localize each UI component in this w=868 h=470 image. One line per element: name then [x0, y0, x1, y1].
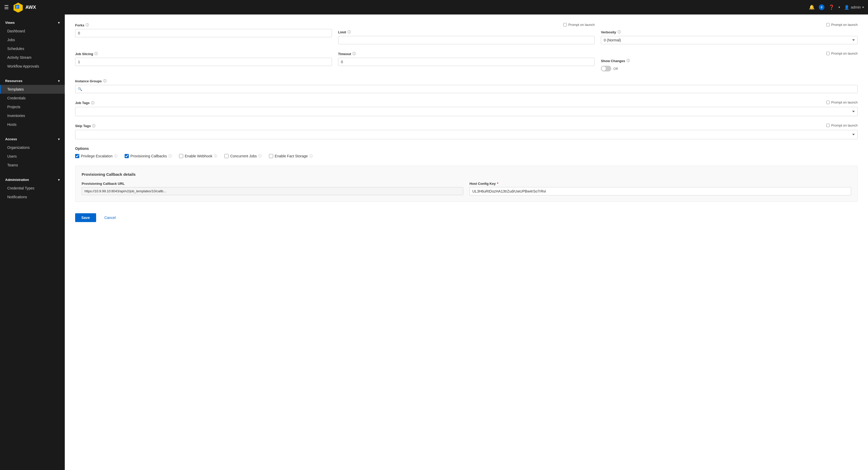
show-changes-help-icon[interactable]: ⓘ	[626, 59, 630, 63]
show-changes-prompt-checkbox[interactable]	[826, 52, 830, 55]
sidebar-section-resources-header[interactable]: Resources ▾	[0, 77, 65, 85]
forks-help-icon[interactable]: ⓘ	[86, 23, 89, 27]
administration-section-label: Administration	[5, 178, 29, 182]
sidebar-item-notifications[interactable]: Notifications	[0, 193, 65, 201]
user-chevron-icon[interactable]: ▾	[862, 5, 864, 9]
verbosity-help-icon[interactable]: ⓘ	[617, 30, 621, 34]
job-tags-prompt-label: Prompt on launch	[826, 100, 858, 104]
option-concurrent-jobs[interactable]: Concurrent Jobs ⓘ	[224, 154, 262, 158]
instance-groups-help-icon[interactable]: ⓘ	[103, 79, 106, 83]
job-tags-group: Job Tags ⓘ Prompt on launch	[75, 100, 858, 116]
option-privilege-escalation[interactable]: Privilege Escalation ⓘ	[75, 154, 117, 158]
callback-url-input[interactable]	[82, 187, 463, 195]
limit-help-icon[interactable]: ⓘ	[347, 30, 351, 34]
enable-fact-storage-help-icon[interactable]: ⓘ	[309, 154, 313, 158]
sidebar-item-credential-types[interactable]: Credential Types	[0, 184, 65, 193]
sidebar-item-hosts[interactable]: Hosts	[0, 120, 65, 129]
notification-badge[interactable]: 0	[819, 4, 825, 10]
host-config-key-input[interactable]	[469, 187, 851, 195]
sidebar-item-teams[interactable]: Teams	[0, 161, 65, 170]
timeout-input[interactable]	[338, 58, 595, 66]
job-tags-prompt-checkbox[interactable]	[826, 101, 830, 104]
verbosity-label: Verbosity ⓘ	[601, 30, 858, 34]
host-config-key-label: Host Config Key *	[469, 182, 851, 186]
sidebar-section-views-header[interactable]: Views ▾	[0, 19, 65, 27]
top-nav: ☰ AWX 🔔 0 ❓ ▾ 👤 admin ▾	[0, 0, 868, 14]
sidebar-item-users[interactable]: Users	[0, 152, 65, 161]
sidebar-section-views: Views ▾ Dashboard Jobs Schedules Activit…	[0, 14, 65, 73]
option-provisioning-callbacks[interactable]: Provisioning Callbacks ⓘ	[125, 154, 172, 158]
cancel-button[interactable]: Cancel	[100, 213, 120, 222]
concurrent-jobs-help-icon[interactable]: ⓘ	[258, 154, 262, 158]
svg-rect-4	[16, 7, 19, 7]
limit-label: Limit ⓘ	[338, 30, 595, 34]
limit-input[interactable]	[338, 36, 595, 44]
concurrent-jobs-checkbox[interactable]	[224, 154, 228, 158]
verbosity-select[interactable]: 0 (Normal) 1 (Verbose) 2 (More Verbose) …	[601, 36, 858, 44]
hamburger-icon[interactable]: ☰	[4, 4, 9, 10]
svg-rect-2	[15, 5, 19, 6]
skip-tags-prompt-checkbox[interactable]	[826, 124, 830, 127]
user-menu[interactable]: 👤 admin ▾	[844, 5, 864, 10]
show-changes-toggle-label: Off	[613, 67, 618, 71]
host-config-key-required: *	[497, 182, 498, 186]
main-content: Forks ⓘ Prompt on launch Limit ⓘ	[65, 14, 868, 470]
skip-tags-label: Skip Tags ⓘ	[75, 124, 95, 128]
skip-tags-input[interactable]	[75, 130, 858, 139]
job-tags-input[interactable]	[75, 107, 858, 116]
save-button[interactable]: Save	[75, 213, 96, 222]
sidebar-item-organizations[interactable]: Organizations	[0, 143, 65, 152]
timeout-help-icon[interactable]: ⓘ	[352, 52, 356, 56]
resources-section-chevron-icon: ▾	[58, 79, 60, 83]
verbosity-group: Prompt on launch Verbosity ⓘ 0 (Normal) …	[601, 23, 858, 44]
sidebar-item-activity-stream[interactable]: Activity Stream	[0, 53, 65, 62]
notification-bell-icon[interactable]: 🔔	[809, 4, 815, 10]
options-label: Options	[75, 146, 858, 150]
enable-webhook-checkbox[interactable]	[179, 154, 183, 158]
enable-fact-storage-checkbox[interactable]	[269, 154, 273, 158]
sidebar-item-templates[interactable]: Templates	[0, 85, 65, 94]
sidebar-item-projects[interactable]: Projects	[0, 102, 65, 111]
instance-groups-search-input[interactable]	[75, 85, 858, 93]
sidebar-item-dashboard[interactable]: Dashboard	[0, 27, 65, 35]
forks-input[interactable]	[75, 29, 332, 37]
form-actions: Save Cancel	[75, 209, 858, 222]
limit-prompt-checkbox[interactable]	[563, 23, 567, 26]
skip-tags-group: Skip Tags ⓘ Prompt on launch	[75, 124, 858, 139]
sidebar-item-jobs[interactable]: Jobs	[0, 35, 65, 44]
enable-webhook-help-icon[interactable]: ⓘ	[214, 154, 217, 158]
resources-section-label: Resources	[5, 79, 22, 83]
sidebar-section-administration-header[interactable]: Administration ▾	[0, 176, 65, 184]
privilege-escalation-help-icon[interactable]: ⓘ	[114, 154, 117, 158]
help-icon[interactable]: ❓	[829, 4, 834, 10]
sidebar-item-schedules[interactable]: Schedules	[0, 44, 65, 53]
privilege-escalation-checkbox[interactable]	[75, 154, 79, 158]
job-slicing-input[interactable]	[75, 58, 332, 66]
provisioning-callbacks-checkbox[interactable]	[125, 154, 129, 158]
provisioning-callbacks-help-icon[interactable]: ⓘ	[168, 154, 172, 158]
sidebar-section-access-header[interactable]: Access ▾	[0, 135, 65, 143]
show-changes-toggle-slider	[601, 66, 611, 71]
option-enable-webhook[interactable]: Enable Webhook ⓘ	[179, 154, 217, 158]
job-tags-help-icon[interactable]: ⓘ	[91, 101, 94, 105]
show-changes-label: Show Changes ⓘ	[601, 59, 858, 63]
help-chevron-icon[interactable]: ▾	[838, 5, 840, 9]
option-enable-fact-storage[interactable]: Enable Fact Storage ⓘ	[269, 154, 313, 158]
verbosity-prompt-checkbox[interactable]	[826, 23, 830, 26]
job-slicing-help-icon[interactable]: ⓘ	[94, 52, 98, 56]
show-changes-group: Prompt on launch Show Changes ⓘ Off	[601, 52, 858, 71]
enable-fact-storage-label: Enable Fact Storage	[275, 154, 308, 158]
administration-section-chevron-icon: ▾	[58, 178, 60, 182]
show-changes-toggle[interactable]	[601, 66, 611, 71]
privilege-escalation-label: Privilege Escalation	[81, 154, 113, 158]
sidebar-item-workflow-approvals[interactable]: Workflow Approvals	[0, 62, 65, 71]
options-section: Options Privilege Escalation ⓘ Provision…	[75, 146, 858, 158]
sidebar-item-credentials[interactable]: Credentials	[0, 94, 65, 102]
sidebar: Views ▾ Dashboard Jobs Schedules Activit…	[0, 14, 65, 470]
host-config-key-group: Host Config Key *	[469, 182, 851, 195]
limit-group: Prompt on launch Limit ⓘ	[338, 23, 595, 44]
sidebar-item-inventories[interactable]: Inventories	[0, 111, 65, 120]
callback-url-group: Provisioning Callback URL	[82, 182, 463, 195]
job-tags-label: Job Tags ⓘ	[75, 101, 94, 105]
skip-tags-help-icon[interactable]: ⓘ	[92, 124, 95, 128]
